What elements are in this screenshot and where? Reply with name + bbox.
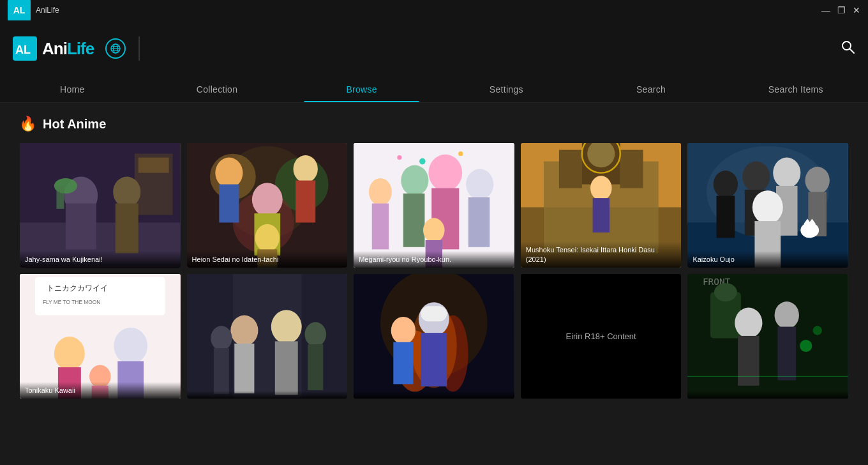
anime-card-title-7	[187, 391, 348, 399]
anime-art-3	[354, 143, 514, 268]
nav-home[interactable]: Home	[0, 77, 145, 102]
svg-point-65	[805, 167, 830, 194]
anime-card-3[interactable]: Megami-ryou no Ryoubo-kun.	[353, 142, 515, 268]
svg-line-8	[850, 49, 855, 54]
anime-card-9[interactable]: Eirin R18+ Content	[520, 273, 682, 399]
svg-rect-107	[738, 336, 760, 386]
svg-point-84	[230, 316, 258, 346]
svg-rect-12	[138, 158, 169, 173]
app-name-life: Life	[67, 39, 94, 58]
section-title: Hot Anime	[43, 117, 106, 132]
nav-settings[interactable]: Settings	[434, 77, 579, 102]
svg-rect-91	[308, 344, 323, 390]
svg-rect-87	[274, 341, 297, 395]
svg-point-106	[735, 308, 763, 339]
maximize-button[interactable]: ❐	[837, 6, 845, 14]
svg-rect-109	[778, 327, 797, 381]
svg-point-45	[397, 155, 401, 160]
svg-point-35	[401, 165, 428, 196]
nav-search[interactable]: Search	[579, 77, 724, 102]
svg-rect-89	[214, 348, 229, 394]
app-name-text: AniLife	[42, 39, 94, 59]
anime-card-2[interactable]: Heion Sedai no Idaten-tachi	[186, 142, 348, 268]
svg-rect-49	[559, 150, 582, 188]
anime-card-1[interactable]: Jahy-sama wa Kujikenai!	[19, 142, 181, 268]
app-name-ani: Ani	[42, 39, 67, 58]
anime-card-7[interactable]	[186, 273, 348, 399]
svg-rect-27	[296, 181, 315, 223]
anime-card-title-8	[354, 391, 514, 399]
fire-icon: 🔥	[19, 116, 36, 132]
anime-art-6: トニカクカワイイ FLY ME TO THE MOON	[20, 274, 181, 399]
svg-rect-36	[403, 194, 425, 247]
svg-rect-85	[234, 344, 254, 393]
anime-card-title-6: Tonikaku Kawaii	[20, 382, 181, 399]
anime-art-8	[354, 274, 514, 399]
anime-card-title-3: Megami-ryou no Ryoubo-kun.	[354, 251, 514, 268]
anime-grid-row1: Jahy-sama wa Kujikenai!	[19, 142, 849, 399]
svg-text:AL: AL	[15, 43, 31, 56]
globe-icon[interactable]	[105, 38, 126, 59]
anime-art-10: FRONT	[687, 274, 848, 399]
svg-rect-50	[620, 150, 643, 188]
svg-point-67	[752, 190, 783, 224]
svg-rect-25	[219, 185, 239, 223]
svg-point-41	[423, 218, 445, 242]
main-content: 🔥 Hot Anime	[0, 103, 868, 463]
app-icon-small: AL	[8, 0, 31, 22]
svg-point-90	[304, 322, 326, 346]
r18-label: Eirin R18+ Content	[565, 332, 636, 341]
svg-point-30	[255, 224, 279, 252]
svg-point-63	[774, 158, 801, 188]
anime-card-6[interactable]: トニカクカワイイ FLY ME TO THE MOON Tonikaku Kaw…	[19, 273, 181, 399]
svg-rect-14	[66, 204, 96, 250]
nav-collection[interactable]: Collection	[145, 77, 290, 102]
svg-rect-99	[421, 306, 447, 321]
anime-art-5	[687, 143, 848, 268]
title-bar-left: AL AniLife	[8, 0, 59, 22]
svg-point-15	[113, 177, 140, 208]
svg-point-111	[800, 340, 812, 352]
anime-art-2	[187, 143, 348, 268]
svg-point-108	[775, 301, 799, 329]
close-button[interactable]: ✕	[853, 6, 860, 14]
svg-point-105	[714, 283, 737, 301]
svg-point-78	[114, 328, 147, 365]
minimize-button[interactable]: —	[822, 6, 830, 14]
app-title-label: AniLife	[36, 6, 59, 15]
anime-art-7	[187, 274, 348, 399]
svg-rect-16	[116, 204, 138, 254]
anime-card-title-2: Heion Sedai no Idaten-tachi	[187, 251, 348, 268]
svg-point-52	[590, 176, 612, 200]
svg-point-43	[419, 158, 426, 165]
anime-card-title-1: Jahy-sama wa Kujikenai!	[20, 251, 181, 268]
svg-point-26	[293, 155, 317, 183]
main-nav: Home Collection Browse Settings Search S…	[0, 77, 868, 103]
section-header: 🔥 Hot Anime	[19, 116, 849, 132]
svg-rect-73	[35, 277, 165, 316]
anime-card-5[interactable]: Kaizoku Oujo	[687, 142, 849, 268]
svg-point-88	[211, 326, 232, 350]
svg-rect-40	[468, 197, 490, 247]
logo: AL AniLife	[13, 36, 140, 61]
svg-rect-18	[57, 186, 64, 209]
title-bar: AL AniLife — ❐ ✕	[0, 0, 868, 20]
anime-card-title-4: Mushoku Tensei: Isekai Ittara Honki Dasu…	[521, 241, 682, 268]
svg-point-33	[369, 178, 392, 206]
svg-point-61	[743, 162, 770, 192]
anime-card-title-5: Kaizoku Oujo	[687, 251, 848, 268]
nav-search-items[interactable]: Search Items	[723, 77, 868, 102]
svg-text:トニカクカワイイ: トニカクカワイイ	[47, 284, 108, 293]
app-header: AL AniLife	[0, 20, 868, 77]
svg-point-100	[391, 317, 415, 344]
svg-rect-98	[421, 333, 447, 386]
nav-browse[interactable]: Browse	[289, 77, 434, 102]
svg-point-76	[54, 337, 85, 370]
header-search-icon[interactable]	[840, 39, 855, 58]
anime-card-10[interactable]: FRONT	[687, 273, 849, 399]
svg-point-69	[801, 222, 819, 238]
anime-card-8[interactable]	[353, 273, 515, 399]
svg-point-24	[215, 158, 243, 188]
anime-card-title-10	[687, 391, 848, 399]
anime-card-4[interactable]: Mushoku Tensei: Isekai Ittara Honki Dasu…	[520, 142, 682, 268]
